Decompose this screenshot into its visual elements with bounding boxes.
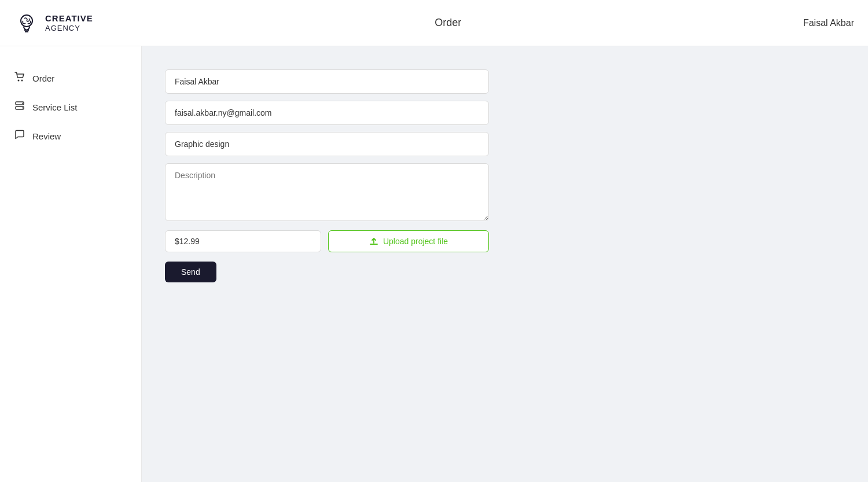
sidebar-item-review[interactable]: Review: [0, 122, 141, 150]
upload-label: Upload project file: [383, 237, 448, 246]
send-label: Send: [181, 267, 200, 277]
svg-point-8: [22, 108, 23, 109]
logo-icon: [14, 10, 39, 36]
main-content: Upload project file Send: [142, 46, 868, 482]
email-input[interactable]: [165, 101, 489, 125]
header-title: Order: [435, 17, 461, 29]
logo-bold: CREATIVE: [45, 13, 93, 24]
server-icon: [14, 101, 25, 113]
svg-point-3: [18, 80, 20, 82]
svg-point-4: [21, 80, 23, 82]
sidebar-order-label: Order: [32, 73, 54, 83]
email-field: [165, 101, 489, 125]
logo: CREATIVE AGENCY: [14, 10, 93, 36]
svg-point-7: [22, 103, 23, 104]
order-form: Upload project file Send: [165, 69, 489, 282]
logo-text: CREATIVE AGENCY: [45, 13, 93, 33]
send-button[interactable]: Send: [165, 262, 216, 282]
service-input[interactable]: [165, 132, 489, 156]
sidebar: Order Service List Review: [0, 46, 142, 482]
sidebar-item-service-list[interactable]: Service List: [0, 93, 141, 122]
service-field: [165, 132, 489, 156]
price-upload-row: Upload project file: [165, 230, 489, 252]
cart-icon: [14, 72, 25, 84]
upload-icon: [369, 237, 378, 246]
header-user: Faisal Akbar: [803, 18, 854, 28]
header: CREATIVE AGENCY Order Faisal Akbar: [0, 0, 868, 46]
logo-normal: AGENCY: [45, 24, 93, 33]
name-input[interactable]: [165, 69, 489, 94]
name-field: [165, 69, 489, 94]
chat-icon: [14, 130, 25, 142]
sidebar-service-list-label: Service List: [32, 102, 78, 112]
sidebar-review-label: Review: [32, 131, 61, 141]
description-textarea[interactable]: [165, 163, 489, 221]
price-input[interactable]: [165, 230, 321, 252]
description-field: [165, 163, 489, 223]
sidebar-item-order[interactable]: Order: [0, 64, 141, 93]
upload-button[interactable]: Upload project file: [328, 230, 489, 252]
main-layout: Order Service List Review: [0, 46, 868, 482]
